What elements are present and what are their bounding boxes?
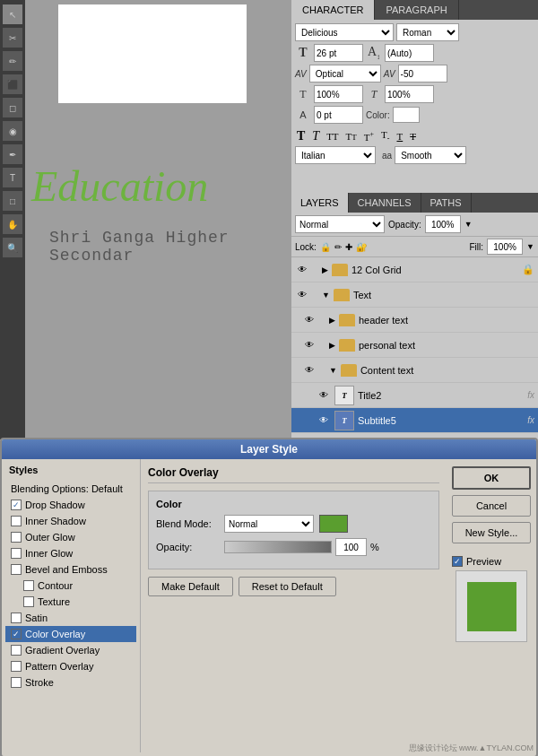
layer-item-personal[interactable]: 👁 ▶ personal text (291, 333, 538, 358)
sidebar-bevel-emboss[interactable]: Bevel and Emboss (5, 561, 136, 578)
italic-button[interactable]: T (310, 129, 321, 143)
new-style-button[interactable]: New Style... (452, 522, 531, 543)
color-overlay-checkbox[interactable]: ✓ (11, 629, 22, 639)
baseline-input[interactable] (314, 106, 363, 124)
outer-glow-checkbox[interactable] (11, 532, 22, 543)
tool-shape[interactable]: □ (3, 191, 22, 211)
underline-button[interactable]: T (395, 131, 404, 142)
blend-mode-select[interactable]: Normal (295, 215, 385, 233)
lock-pixel-icon[interactable]: ✏ (334, 242, 342, 252)
preview-checkbox[interactable]: ✓ (452, 556, 463, 567)
texture-checkbox[interactable] (23, 596, 34, 607)
layer-item-title2[interactable]: 👁 T Title2 fx (291, 383, 538, 408)
scale-v-input[interactable] (385, 85, 434, 103)
sidebar-outer-glow[interactable]: Outer Glow (5, 529, 136, 545)
tool-eraser[interactable]: ◻ (3, 98, 22, 117)
bold-button[interactable]: T (295, 129, 307, 143)
tracking-type-select[interactable]: Optical (309, 65, 381, 83)
tool-zoom[interactable]: 🔍 (3, 238, 22, 257)
tool-select[interactable]: ↖ (3, 4, 22, 24)
sidebar-inner-glow[interactable]: Inner Glow (5, 545, 136, 561)
layer-item-header[interactable]: 👁 ▶ header text (291, 308, 538, 333)
small-caps-button[interactable]: TT (344, 131, 359, 142)
tool-stamp[interactable]: ⬛ (3, 74, 22, 94)
arrow-icon-text[interactable]: ▼ (322, 291, 330, 300)
contour-checkbox[interactable] (23, 580, 34, 591)
lock-position-icon[interactable]: 🔒 (320, 242, 331, 252)
tool-hand[interactable]: ✋ (3, 214, 22, 234)
tab-channels[interactable]: CHANNELS (349, 193, 421, 213)
scale-h-input[interactable] (314, 85, 363, 103)
bevel-emboss-checkbox[interactable] (11, 564, 22, 575)
gradient-overlay-checkbox[interactable] (11, 645, 22, 656)
opacity-dropdown-icon[interactable]: ▼ (464, 220, 473, 229)
arrow-icon-header[interactable]: ▶ (329, 316, 335, 325)
sidebar-stroke[interactable]: Stroke (5, 674, 136, 691)
reset-default-button[interactable]: Reset to Default (239, 577, 336, 596)
font-size-input[interactable] (314, 44, 363, 62)
cancel-button[interactable]: Cancel (452, 495, 531, 517)
overlay-color-swatch[interactable] (319, 515, 348, 533)
tab-character[interactable]: CHARACTER (291, 0, 375, 20)
overlay-blend-select[interactable]: Normal (224, 515, 314, 533)
fill-input[interactable] (487, 239, 523, 255)
opacity-slider[interactable] (224, 541, 332, 553)
ok-button[interactable]: OK (452, 466, 531, 490)
layer-item-content[interactable]: 👁 ▼ Content text (291, 358, 538, 383)
tab-layers[interactable]: LAYERS (291, 193, 349, 213)
kern-input[interactable] (398, 65, 447, 83)
color-swatch[interactable] (393, 107, 420, 123)
font-family-select[interactable]: Delicious (295, 23, 394, 41)
layer-item-text[interactable]: 👁 ▼ Text (291, 282, 538, 308)
tracking-label: AV (295, 69, 307, 79)
fill-dropdown-icon[interactable]: ▼ (526, 242, 534, 251)
subscript-button[interactable]: T- (379, 129, 391, 143)
eye-icon-title2[interactable]: 👁 (317, 388, 331, 403)
sidebar-pattern-overlay[interactable]: Pattern Overlay (5, 658, 136, 674)
drop-shadow-checkbox[interactable]: ✓ (11, 500, 22, 510)
sidebar-color-overlay[interactable]: ✓ Color Overlay (5, 626, 136, 642)
opacity-input[interactable] (425, 215, 461, 233)
tab-paragraph[interactable]: PARAGRAPH (375, 0, 458, 20)
sidebar-drop-shadow[interactable]: ✓ Drop Shadow (5, 497, 136, 513)
lock-all-icon[interactable]: 🔐 (356, 242, 367, 252)
all-caps-button[interactable]: TT (325, 131, 340, 142)
lock-move-icon[interactable]: ✚ (345, 242, 352, 252)
sidebar-texture[interactable]: Texture (5, 594, 136, 610)
arrow-icon-content[interactable]: ▼ (329, 366, 337, 375)
eye-icon-subtitle5[interactable]: 👁 (317, 413, 331, 428)
eye-icon-header[interactable]: 👁 (302, 313, 317, 327)
sidebar-gradient-overlay[interactable]: Gradient Overlay (5, 642, 136, 658)
language-select[interactable]: Italian (295, 146, 376, 164)
leading-input[interactable] (385, 44, 434, 62)
eye-icon-content[interactable]: 👁 (302, 363, 317, 378)
make-default-button[interactable]: Make Default (148, 577, 233, 596)
smooth-select[interactable]: Smooth (395, 146, 466, 164)
eye-icon-12col[interactable]: 👁 (295, 263, 309, 277)
sidebar-contour[interactable]: Contour (5, 578, 136, 594)
satin-checkbox[interactable] (11, 613, 22, 623)
arrow-icon-personal[interactable]: ▶ (329, 341, 335, 350)
superscript-button[interactable]: T+ (362, 130, 376, 143)
stroke-checkbox[interactable] (11, 677, 22, 688)
sidebar-blending-options[interactable]: Blending Options: Default (5, 481, 136, 497)
layer-item-subtitle5[interactable]: 👁 T Subtitle5 fx (291, 408, 538, 433)
tab-paths[interactable]: PATHS (421, 193, 472, 213)
tool-blur[interactable]: ◉ (3, 121, 22, 141)
tool-brush[interactable]: ✏ (3, 51, 22, 71)
sidebar-inner-shadow[interactable]: Inner Shadow (5, 513, 136, 529)
inner-glow-checkbox[interactable] (11, 548, 22, 559)
pattern-overlay-checkbox[interactable] (11, 661, 22, 672)
inner-shadow-checkbox[interactable] (11, 516, 22, 526)
sidebar-satin[interactable]: Satin (5, 610, 136, 626)
eye-icon-text[interactable]: 👁 (295, 288, 309, 302)
tool-crop[interactable]: ✂ (3, 28, 22, 48)
tool-text[interactable]: T (3, 168, 22, 187)
font-style-select[interactable]: Roman (396, 23, 459, 41)
eye-icon-personal[interactable]: 👁 (302, 338, 317, 352)
opacity-value-input[interactable] (335, 538, 367, 556)
layer-item-12col[interactable]: 👁 ▶ 12 Col Grid 🔒 (291, 257, 538, 282)
strikethrough-button[interactable]: T (408, 131, 418, 142)
tool-pen[interactable]: ✒ (3, 144, 22, 164)
arrow-icon-12col[interactable]: ▶ (322, 265, 328, 274)
